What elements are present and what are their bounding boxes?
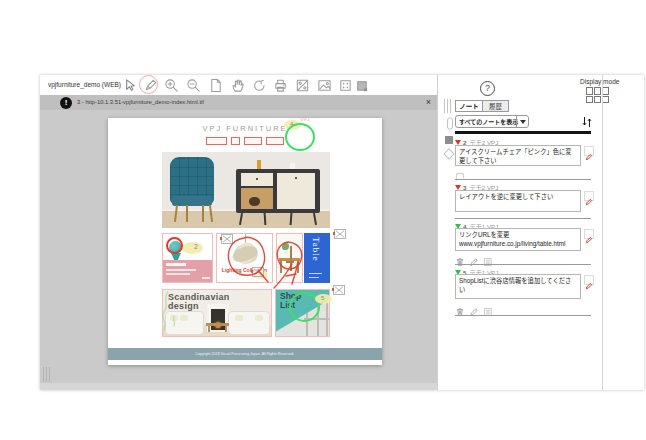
marker-2-number: 2	[194, 243, 198, 250]
panel-drag-handle[interactable]	[444, 99, 454, 113]
diamond-icon[interactable]	[443, 148, 454, 159]
nav-item	[266, 137, 284, 145]
note-marker-pen-icon[interactable]	[584, 275, 594, 285]
site-logo: VPJ FURNITURE	[108, 124, 382, 133]
list-icon[interactable]	[483, 253, 493, 263]
sideboard-cabinet	[236, 169, 320, 213]
info-icon[interactable]: !	[60, 97, 72, 109]
marker-toggle-tool-icon[interactable]	[295, 78, 310, 93]
document-tool-icon[interactable]	[208, 78, 223, 93]
panel-scroll-track[interactable]	[602, 75, 603, 390]
divider	[455, 315, 591, 316]
grid-tool-icon[interactable]	[338, 78, 353, 93]
tab-history[interactable]: 履歴	[483, 100, 509, 112]
edit-icon[interactable]	[469, 253, 479, 263]
nav-item	[244, 137, 262, 145]
red-circle-annotation	[166, 237, 183, 254]
app-window: vpjfurniture_demo (WEB) ! 3 - http-10.1.…	[40, 75, 644, 390]
image-tool-icon[interactable]	[317, 78, 332, 93]
note-marker-pen-icon[interactable]	[584, 191, 594, 201]
green-circle-annotation-nav	[285, 123, 315, 151]
site-footer: Copyright 2018 Visual Processing Japan. …	[108, 348, 382, 360]
divider	[455, 264, 591, 265]
zoom-in-tool-icon[interactable]	[164, 78, 179, 93]
note-toolbar	[455, 303, 493, 313]
display-mode-icon[interactable]	[586, 87, 609, 103]
marker-5-number: 5	[321, 295, 324, 301]
toolbar: vpjfurniture_demo (WEB)	[40, 75, 437, 95]
divider	[455, 131, 591, 134]
chevron-down-icon[interactable]	[516, 116, 528, 127]
note-marker-pen-icon[interactable]	[584, 229, 594, 239]
site-nav	[108, 137, 382, 145]
note-text[interactable]: レイアウトを逆に変更して下さい	[455, 190, 581, 212]
rotate-tool-icon[interactable]	[252, 78, 267, 93]
edit-icon[interactable]	[469, 303, 479, 313]
note-text[interactable]: ShopListに渋谷店情報を追加してください	[455, 274, 581, 299]
note-text[interactable]: アイスクリームチェア「ピンク」色に変更して下さい	[455, 145, 581, 166]
canvas-drag-handle[interactable]	[43, 367, 53, 382]
red-scribble-annotation	[208, 228, 338, 292]
note-filter-dropdown[interactable]: すべてのノートを表示	[455, 115, 529, 128]
divider	[455, 179, 591, 180]
notes-panel: ? Display mode ノート 履歴 すべてのノートを表示 2デモ2 VP…	[437, 75, 644, 390]
swatch-icon[interactable]	[445, 136, 453, 144]
swatch-tool-icon[interactable]	[354, 78, 369, 93]
zoom-out-tool-icon[interactable]	[186, 78, 201, 93]
close-icon[interactable]: ×	[426, 95, 431, 109]
delete-icon[interactable]	[455, 303, 465, 313]
note-toolbar	[455, 253, 493, 263]
display-mode-label: Display mode	[580, 78, 619, 85]
document-label: vpjfurniture_demo (WEB)	[48, 75, 121, 95]
website-page: VPJ FURNITURE 4 VPJ	[108, 118, 382, 365]
canvas-tabbar: ! 3 - http-10.1.3.51-vpjfurniture_demo-i…	[40, 95, 437, 110]
divider	[455, 218, 591, 219]
hand-tool-icon[interactable]	[230, 78, 245, 93]
note-marker-pen-icon[interactable]	[584, 146, 594, 156]
marker-4-author: VPJ	[300, 115, 310, 122]
note-header: 2デモ2 VPJ	[455, 138, 498, 145]
green-scribble-annotation	[160, 286, 190, 338]
nav-item	[206, 137, 227, 145]
sort-icon[interactable]	[581, 114, 593, 132]
tab-notes[interactable]: ノート	[455, 100, 483, 112]
screenshot-stage: vpjfurniture_demo (WEB) ! 3 - http-10.1.…	[0, 0, 646, 440]
nav-item	[231, 137, 240, 145]
canvas-tab-title[interactable]: 3 - http-10.1.3.51-vpjfurniture_demo-ind…	[77, 95, 204, 110]
icecream-card: 2	[162, 233, 213, 283]
pen-tool-icon[interactable]	[143, 78, 158, 93]
note-header: 3デモ2 VPJ	[455, 183, 498, 190]
marker-stack-icon[interactable]	[445, 117, 455, 137]
hero-image	[162, 152, 330, 228]
print-tool-icon[interactable]	[273, 78, 288, 93]
delete-icon[interactable]	[455, 253, 465, 263]
canvas-area[interactable]: ! 3 - http-10.1.3.51-vpjfurniture_demo-i…	[40, 95, 437, 383]
select-tool-icon[interactable]	[122, 78, 137, 93]
list-icon[interactable]	[483, 303, 493, 313]
note-text[interactable]: リンクURLを変更 www.vpjfurniture.co.jp/living/…	[455, 228, 581, 251]
help-icon[interactable]: ?	[480, 81, 495, 96]
